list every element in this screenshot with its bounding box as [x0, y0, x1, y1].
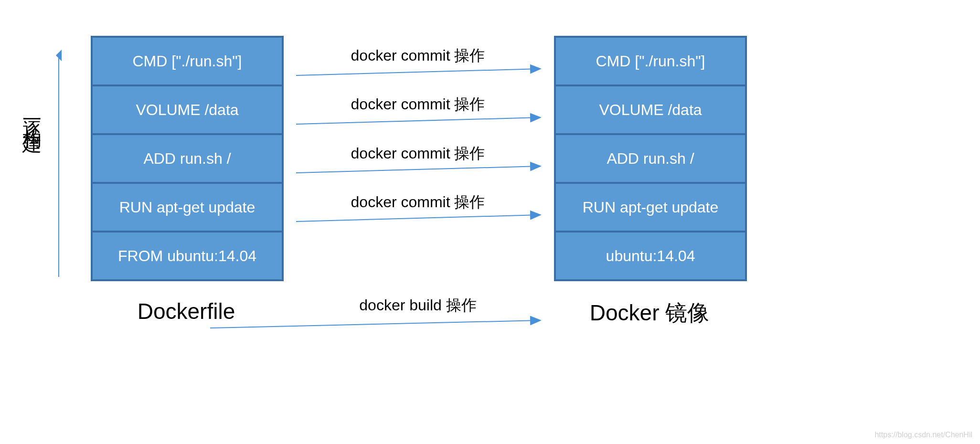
image-layer-volume: VOLUME /data: [555, 85, 746, 134]
commit-label-3: docker commit 操作: [306, 143, 530, 164]
image-title: Docker 镜像: [554, 298, 745, 328]
commit-arrow-3: [296, 163, 544, 178]
svg-line-4: [296, 215, 540, 222]
dockerfile-stack: CMD ["./run.sh"] VOLUME /data ADD run.sh…: [91, 36, 284, 281]
dockerfile-layer-add: ADD run.sh /: [92, 134, 283, 183]
dockerfile-layer-volume: VOLUME /data: [92, 85, 283, 134]
commit-arrow-2: [296, 115, 544, 129]
svg-line-1: [296, 69, 540, 75]
dockerfile-layer-run: RUN apt-get update: [92, 183, 283, 232]
svg-line-5: [210, 320, 540, 328]
build-direction-label: 逐一构建: [19, 105, 45, 124]
image-layer-run: RUN apt-get update: [555, 183, 746, 232]
watermark: https://blog.csdn.net/ChenHil: [874, 431, 972, 439]
commit-label-4: docker commit 操作: [306, 192, 530, 213]
image-layer-base: ubuntu:14.04: [555, 232, 746, 280]
dockerfile-layer-from: FROM ubuntu:14.04: [92, 232, 283, 280]
svg-line-3: [296, 166, 540, 173]
commit-arrow-4: [296, 212, 544, 226]
image-stack: CMD ["./run.sh"] VOLUME /data ADD run.sh…: [554, 36, 747, 281]
commit-label-1: docker commit 操作: [306, 45, 530, 66]
svg-line-2: [296, 117, 540, 124]
build-arrow: [210, 317, 544, 332]
image-layer-cmd: CMD ["./run.sh"]: [555, 37, 746, 85]
commit-label-2: docker commit 操作: [306, 94, 530, 115]
commit-arrow-1: [296, 66, 544, 80]
build-label: docker build 操作: [306, 295, 530, 316]
dockerfile-layer-cmd: CMD ["./run.sh"]: [92, 37, 283, 85]
build-direction-arrow: [52, 53, 66, 282]
image-layer-add: ADD run.sh /: [555, 134, 746, 183]
